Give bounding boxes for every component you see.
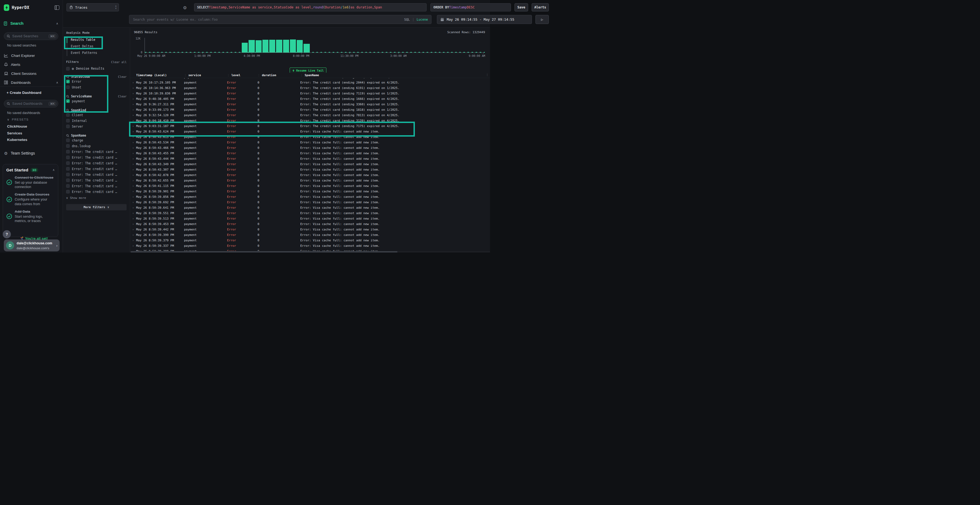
horizontal-scrollbar[interactable] bbox=[130, 251, 490, 252]
row-expand-icon[interactable]: › bbox=[130, 130, 136, 133]
checkbox[interactable] bbox=[66, 86, 70, 89]
table-row[interactable]: ›May 26 8:50:39.442 PMpaymentError0Error… bbox=[130, 227, 490, 232]
column-header-timestamp[interactable]: Timestamp (Local) bbox=[136, 73, 184, 77]
date-range-picker[interactable]: May 26 09:14:55 - May 27 09:14:55 bbox=[437, 15, 490, 24]
table-row[interactable]: ›May 26 8:50:39.641 PMpaymentError0Error… bbox=[130, 205, 490, 210]
checkbox[interactable] bbox=[66, 67, 70, 70]
filter-option[interactable]: Error: The credit card … bbox=[66, 154, 127, 160]
sidebar-item-client-sessions[interactable]: Client Sessions bbox=[0, 70, 63, 77]
row-expand-icon[interactable]: › bbox=[130, 228, 136, 231]
filter-option[interactable]: Error: The credit card … bbox=[66, 183, 127, 189]
histogram-bar[interactable] bbox=[262, 40, 269, 52]
saved-searches-input[interactable]: Saved Searches ⌘K bbox=[4, 32, 58, 40]
table-row[interactable]: ›May 26 9:33:09.173 PMpaymentError0Error… bbox=[130, 107, 490, 113]
sidebar-collapse-icon[interactable] bbox=[54, 5, 59, 10]
row-expand-icon[interactable]: › bbox=[130, 206, 136, 209]
table-row[interactable]: ›May 26 8:50:43.624 PMpaymentError0Error… bbox=[130, 129, 490, 134]
row-expand-icon[interactable]: › bbox=[130, 163, 136, 166]
analysis-mode-results-table[interactable]: Results Table bbox=[67, 37, 127, 43]
row-expand-icon[interactable]: › bbox=[130, 222, 136, 226]
table-row[interactable]: ›May 26 8:50:43.349 PMpaymentError0Error… bbox=[130, 161, 490, 167]
table-row[interactable]: ›May 26 8:50:42.878 PMpaymentError0Error… bbox=[130, 172, 490, 178]
checkbox[interactable] bbox=[66, 156, 70, 159]
table-row[interactable]: ›May 26 9:04:18.410 PMpaymentError0Error… bbox=[130, 118, 490, 123]
row-expand-icon[interactable]: › bbox=[130, 119, 136, 122]
get-started-item[interactable]: Add DataStart sending logs, metrics, or … bbox=[6, 210, 55, 223]
saved-dashboards-input[interactable]: Saved Dashboards ⌘K bbox=[4, 100, 58, 108]
search-input[interactable] bbox=[132, 17, 401, 22]
row-expand-icon[interactable]: › bbox=[130, 81, 136, 84]
sidebar-item-dashboards[interactable]: Dashboards ∧ bbox=[0, 79, 63, 86]
table-row[interactable]: ›May 26 9:48:38.405 PMpaymentError0Error… bbox=[130, 96, 490, 102]
histogram-bar[interactable] bbox=[276, 40, 282, 52]
filter-option[interactable]: Client bbox=[66, 112, 127, 118]
row-expand-icon[interactable]: › bbox=[130, 173, 136, 176]
column-header-service[interactable]: ⋮service bbox=[184, 73, 227, 77]
table-row[interactable]: ›May 26 9:32:54.120 PMpaymentError0Error… bbox=[130, 113, 490, 118]
row-expand-icon[interactable]: › bbox=[130, 87, 136, 89]
filter-option[interactable]: Error: The credit card … bbox=[66, 166, 127, 172]
filter-option[interactable]: ✓Error bbox=[66, 79, 127, 84]
histogram-bar[interactable] bbox=[297, 40, 303, 52]
histogram-bar[interactable] bbox=[304, 44, 310, 52]
table-row[interactable]: ›May 26 8:50:42.655 PMpaymentError0Error… bbox=[130, 178, 490, 183]
filter-option[interactable]: ✓payment bbox=[66, 98, 127, 104]
row-expand-icon[interactable]: › bbox=[130, 245, 136, 247]
column-header-level[interactable]: ⋮level bbox=[227, 73, 258, 77]
analysis-mode-event-patterns[interactable]: Event Patterns bbox=[67, 49, 127, 56]
drag-handle-icon[interactable]: ⋮ bbox=[184, 74, 187, 77]
checkbox[interactable] bbox=[66, 119, 70, 122]
sidebar-item-alerts[interactable]: Alerts bbox=[0, 61, 63, 68]
table-row[interactable]: ›May 26 8:50:39.901 PMpaymentError0Error… bbox=[130, 189, 490, 194]
filter-option[interactable]: Error: The credit card … bbox=[66, 189, 127, 195]
row-expand-icon[interactable]: › bbox=[130, 212, 136, 215]
sidebar-item-search[interactable]: Search ∧ bbox=[0, 21, 63, 25]
checkbox[interactable] bbox=[66, 144, 70, 148]
row-expand-icon[interactable]: › bbox=[130, 195, 136, 199]
language-lucene-option[interactable]: Lucene bbox=[417, 18, 428, 22]
filter-option[interactable]: dns.lookup bbox=[66, 143, 127, 149]
table-row[interactable]: ›May 26 8:50:39.337 PMpaymentError0Error… bbox=[130, 243, 490, 248]
row-expand-icon[interactable]: › bbox=[130, 152, 136, 155]
table-row[interactable]: ›May 26 8:50:43.455 PMpaymentError0Error… bbox=[130, 151, 490, 156]
drag-handle-icon[interactable]: ⋮ bbox=[258, 74, 260, 77]
denoise-results-option[interactable]: ◍ Denoise Results bbox=[66, 67, 127, 70]
row-expand-icon[interactable]: › bbox=[130, 250, 136, 251]
chevron-up-icon[interactable]: ∧ bbox=[56, 22, 58, 25]
sidebar-item-team-settings[interactable]: ⚙ Team Settings bbox=[0, 151, 63, 156]
checkbox[interactable] bbox=[66, 184, 70, 188]
checkbox[interactable] bbox=[66, 138, 70, 142]
checkbox[interactable] bbox=[66, 167, 70, 171]
chevron-up-icon[interactable]: ∧ bbox=[52, 168, 55, 172]
filter-option[interactable]: Error: The credit card … bbox=[66, 160, 127, 166]
row-expand-icon[interactable]: › bbox=[130, 141, 136, 144]
scrollbar-thumb[interactable] bbox=[130, 251, 398, 252]
presets-section-toggle[interactable]: ∨ PRESETS bbox=[0, 118, 63, 121]
sql-select-editor[interactable]: SELECT Timestamp, ServiceName as service… bbox=[194, 3, 426, 11]
table-row[interactable]: ›May 26 8:50:43.307 PMpaymentError0Error… bbox=[130, 167, 490, 172]
filter-option[interactable]: Error: The credit card … bbox=[66, 149, 127, 154]
table-row[interactable]: ›May 26 9:36:27.311 PMpaymentError0Error… bbox=[130, 102, 490, 107]
row-expand-icon[interactable]: › bbox=[130, 217, 136, 220]
language-sql-option[interactable]: SQL bbox=[404, 18, 410, 22]
preset-kubernetes[interactable]: Kubernetes bbox=[0, 137, 63, 143]
table-row[interactable]: ›May 26 10:10:39.836 PMpaymentError0Erro… bbox=[130, 91, 490, 96]
filter-option[interactable]: Error: The credit card … bbox=[66, 172, 127, 178]
histogram-bar[interactable] bbox=[242, 43, 248, 52]
row-expand-icon[interactable]: › bbox=[130, 92, 136, 95]
histogram-bar[interactable] bbox=[283, 40, 289, 52]
source-settings-gear-icon[interactable]: ⚙ bbox=[183, 5, 187, 10]
drag-handle-icon[interactable]: ⋮ bbox=[486, 73, 488, 76]
table-row[interactable]: ›May 26 8:50:39.856 PMpaymentError0Error… bbox=[130, 194, 490, 199]
table-row[interactable]: ›May 26 8:50:43.466 PMpaymentError0Error… bbox=[130, 145, 490, 151]
table-row[interactable]: ›May 26 8:50:43.444 PMpaymentError0Error… bbox=[130, 156, 490, 161]
clear-filter-button[interactable]: Clear bbox=[118, 95, 127, 98]
get-started-item[interactable]: Connect to ClickHouseSet up your databas… bbox=[6, 176, 55, 189]
row-expand-icon[interactable]: › bbox=[130, 201, 136, 204]
checkbox[interactable] bbox=[66, 173, 70, 176]
row-expand-icon[interactable]: › bbox=[130, 135, 136, 138]
analysis-mode-event-deltas[interactable]: Event Deltas bbox=[67, 43, 127, 49]
chevron-up-icon[interactable]: ∧ bbox=[56, 81, 58, 84]
preset-services[interactable]: Services bbox=[0, 130, 63, 136]
checkbox[interactable] bbox=[66, 125, 70, 128]
